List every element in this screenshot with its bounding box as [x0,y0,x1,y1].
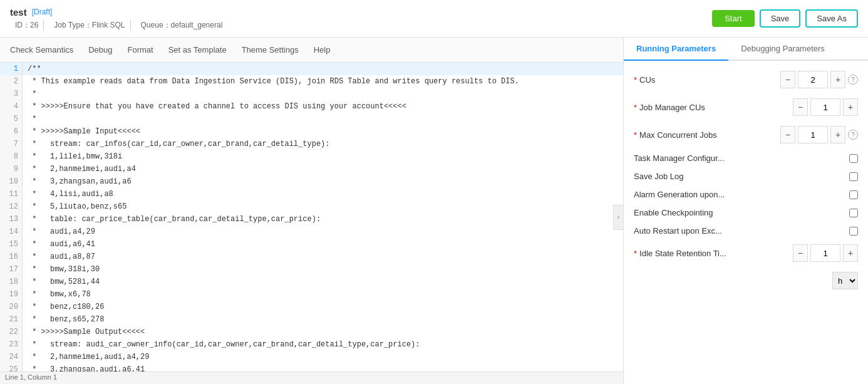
code-line: * audi,a8,87 [23,251,623,263]
line-number: 18 [0,276,22,288]
code-line: * audi,a4,29 [23,226,623,238]
increment-button[interactable]: + [843,98,858,116]
cursor-position: Line 1, Column 1 [5,373,57,381]
checkbox-row-auto-restart-upon-exc...: Auto Restart upon Exc... [634,226,858,236]
editor-panel: Check SemanticsDebugFormatSet as Templat… [0,38,624,384]
checkbox-label: Save Job Log [634,172,844,181]
number-input[interactable] [798,126,828,143]
checkbox-label: Enable Checkpointing [634,208,844,217]
line-number: 9 [0,163,22,175]
time-param-label: * Idle State Retention Ti... [634,249,788,258]
job-queue: Queue：default_general [136,20,228,31]
editor-content[interactable]: /** * This example reads data from Data … [23,63,623,371]
code-line: * audi,a6,41 [23,238,623,251]
toolbar-item-theme-settings[interactable]: Theme Settings [242,43,299,57]
code-line: * 1,lilei,bmw,318i [23,150,623,163]
right-panel: Running ParametersDebugging Parameters *… [624,38,868,384]
checkbox-label: Alarm Generation upon... [634,190,844,199]
code-line: * bmw,x6,78 [23,288,623,301]
job-id: ID：26 [10,20,44,31]
meta-area: ID：26 Job Type：Flink SQL Queue：default_g… [10,20,227,31]
param-control: −+ [793,98,858,116]
right-tab-debugging-parameters[interactable]: Debugging Parameters [728,38,837,61]
line-number: 19 [0,288,22,301]
editor-container[interactable]: 1234567891011121314151617181920212223242… [0,63,623,371]
code-line: * 3,zhangsan,audi,a6,41 [23,363,623,371]
code-line: * 2,hanmeimei,audi,a4,29 [23,351,623,363]
time-param-row: * Idle State Retention Ti...−+ [634,244,858,262]
line-number: 13 [0,213,22,226]
code-line: * benz,c180,26 [23,301,623,313]
code-line: * >>>>>Ensure that you have created a ch… [23,100,623,113]
time-number-input[interactable] [810,244,840,262]
code-line: * bmw,528i,44 [23,276,623,288]
help-icon[interactable]: ? [848,130,858,140]
code-line: * 5,liutao,benz,s65 [23,200,623,213]
line-number: 3 [0,88,22,100]
line-number: 25 [0,363,22,371]
right-tab-content: * CUs−+?* Job Manager CUs−+* Max Concurr… [624,61,868,384]
checkbox-input[interactable] [849,172,858,181]
start-button[interactable]: Start [712,10,754,27]
toolbar-item-debug[interactable]: Debug [88,43,112,57]
time-control: −+ [793,244,858,262]
param-row-max-concurrent-jobs: * Max Concurrent Jobs−+? [634,126,858,143]
checkbox-input[interactable] [849,227,858,236]
toolbar-item-set-as-template[interactable]: Set as Template [168,43,227,57]
time-increment-button[interactable]: + [843,244,858,262]
required-star: * [634,103,637,112]
line-number: 7 [0,138,22,150]
toolbar-item-format[interactable]: Format [127,43,153,57]
code-line: * This example reads data from Data Inge… [23,75,623,88]
param-control: −+? [780,71,858,88]
param-row-job-manager-cus: * Job Manager CUs−+ [634,98,858,116]
line-number: 15 [0,238,22,251]
job-type: Job Type：Flink SQL [49,20,130,31]
collapse-arrow[interactable]: › [613,205,623,230]
decrement-button[interactable]: − [780,126,795,143]
code-line: * stream: car_infos(car_id,car_owner,car… [23,138,623,150]
code-line: * 3,zhangsan,audi,a6 [23,175,623,188]
line-number: 1 [0,63,22,75]
top-bar-right: Start Save Save As [712,9,858,28]
number-input[interactable] [798,71,828,88]
number-input[interactable] [810,98,840,116]
help-icon[interactable]: ? [848,75,858,85]
decrement-button[interactable]: − [780,71,795,88]
toolbar-item-help[interactable]: Help [314,43,331,57]
save-button[interactable]: Save [760,9,801,28]
code-line: * stream: audi_car_owner_info(car_id,car… [23,338,623,351]
line-number: 11 [0,188,22,200]
time-label-text: Idle State Retention Ti... [639,249,726,258]
increment-button[interactable]: + [830,71,845,88]
checkbox-label: Task Manager Configur... [634,153,844,163]
checkbox-input[interactable] [849,154,858,163]
param-row-cus: * CUs−+? [634,71,858,88]
right-tabs: Running ParametersDebugging Parameters [624,38,868,61]
status-bar: Line 1, Column 1 [0,371,623,384]
code-line: * [23,88,623,100]
time-decrement-button[interactable]: − [793,244,808,262]
param-label-text: Max Concurrent Jobs [639,130,717,140]
required-star: * [634,130,637,140]
code-line: * table: car_price_table(car_brand,car_d… [23,213,623,226]
param-label: * Job Manager CUs [634,103,788,112]
checkbox-row-save-job-log: Save Job Log [634,172,858,181]
toolbar-item-check-semantics[interactable]: Check Semantics [10,43,73,57]
param-label: * CUs [634,75,775,85]
save-as-button[interactable]: Save As [805,9,858,28]
increment-button[interactable]: + [830,126,845,143]
line-number: 16 [0,251,22,263]
line-number: 6 [0,125,22,138]
code-line: * bmw,318i,30 [23,263,623,276]
checkbox-input[interactable] [849,190,858,199]
editor-area-wrapper: 1234567891011121314151617181920212223242… [0,63,623,371]
param-control: −+? [780,126,858,143]
checkbox-input[interactable] [849,209,858,217]
right-tab-running-parameters[interactable]: Running Parameters [624,38,728,61]
time-unit-select[interactable]: hms [832,272,858,289]
code-line: * 4,lisi,audi,a8 [23,188,623,200]
code-line: * >>>>>Sample Output<<<<< [23,326,623,338]
param-label-text: CUs [639,75,655,85]
decrement-button[interactable]: − [793,98,808,116]
